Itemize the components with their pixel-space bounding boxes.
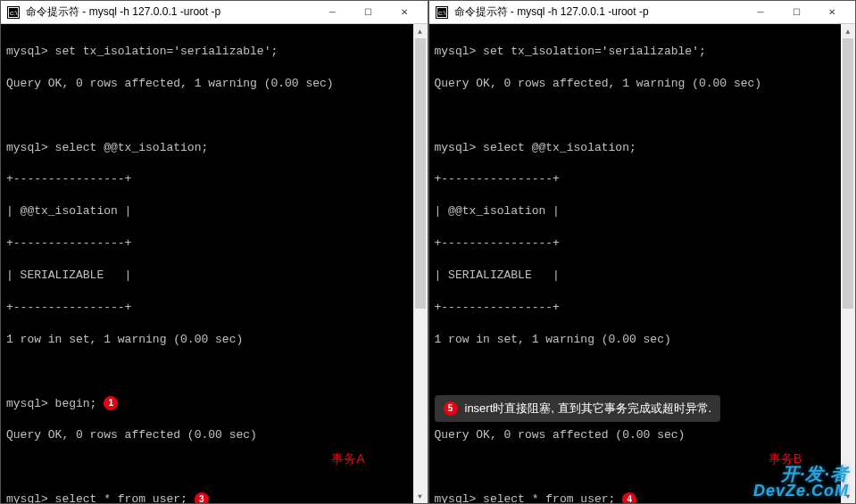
- table-row: | SERIALIZABLE |: [435, 268, 851, 284]
- maximize-button[interactable]: ☐: [778, 1, 814, 24]
- table-row: | SERIALIZABLE |: [6, 268, 422, 284]
- table-header: | @@tx_isolation |: [435, 203, 851, 219]
- terminal-a[interactable]: mysql> set tx_isolation='serializable'; …: [1, 24, 428, 503]
- scroll-up-button[interactable]: ▲: [841, 24, 855, 38]
- close-button[interactable]: ✕: [814, 1, 850, 24]
- cmd-icon: c:\: [435, 5, 449, 20]
- scroll-thumb[interactable]: [415, 38, 426, 309]
- window-controls-a: ─ ☐ ✕: [315, 1, 422, 24]
- scroll-thumb[interactable]: [843, 38, 853, 309]
- maximize-button[interactable]: ☐: [351, 1, 386, 24]
- table-sep: +----------------+: [6, 171, 422, 187]
- scroll-down-button[interactable]: ▼: [413, 489, 428, 503]
- table-sep: +----------------+: [6, 235, 422, 252]
- scroll-track[interactable]: [841, 38, 855, 489]
- minimize-button[interactable]: ─: [743, 1, 778, 24]
- cmd-line: mysql> select @@tx_isolation;: [6, 140, 422, 156]
- table-sep: +----------------+: [435, 300, 851, 316]
- table-sep: +----------------+: [435, 171, 851, 187]
- watermark-line1: 开·发·者: [753, 465, 849, 483]
- callout-insert-blocked: 5 insert时直接阻塞, 直到其它事务完成或超时异常.: [435, 395, 721, 422]
- window-a: c:\ 命令提示符 - mysql -h 127.0.0.1 -uroot -p…: [0, 0, 428, 504]
- table-sep: +----------------+: [435, 235, 851, 252]
- cmd-line: mysql> begin; 1: [6, 396, 422, 412]
- output-line: Query OK, 0 rows affected, 1 warning (0.…: [6, 76, 422, 92]
- badge-1: 1: [104, 396, 118, 410]
- close-button[interactable]: ✕: [386, 1, 422, 24]
- output-line: 1 row in set, 1 warning (0.00 sec): [6, 332, 422, 348]
- table-header: | @@tx_isolation |: [6, 203, 422, 219]
- svg-text:c:\: c:\: [10, 9, 18, 17]
- table-sep: +----------------+: [6, 300, 422, 316]
- output-line: Query OK, 0 rows affected (0.00 sec): [435, 427, 851, 443]
- watermark-line2: DevZe.CoM: [753, 483, 849, 499]
- terminal-b[interactable]: mysql> set tx_isolation='serializable'; …: [429, 24, 856, 503]
- cmd-line: mysql> set tx_isolation='serializable';: [435, 44, 851, 60]
- watermark: 开·发·者 DevZe.CoM: [753, 465, 849, 499]
- scroll-up-button[interactable]: ▲: [413, 24, 428, 38]
- titlebar-b[interactable]: c:\ 命令提示符 - mysql -h 127.0.0.1 -uroot -p…: [429, 1, 856, 24]
- window-title-b: 命令提示符 - mysql -h 127.0.0.1 -uroot -p: [454, 4, 744, 20]
- cmd-line: mysql> select * from user; 3: [6, 492, 422, 503]
- scrollbar-a[interactable]: ▲ ▼: [413, 24, 428, 503]
- cmd-line: mysql> select @@tx_isolation;: [435, 140, 851, 156]
- cmd-line: mysql> set tx_isolation='serializable';: [6, 44, 422, 60]
- cmd-icon: c:\: [6, 5, 21, 20]
- badge-3: 3: [195, 492, 209, 503]
- svg-text:c:\: c:\: [438, 9, 446, 17]
- callout-text: insert时直接阻塞, 直到其它事务完成或超时异常.: [465, 401, 712, 417]
- output-line: Query OK, 0 rows affected (0.00 sec): [6, 427, 422, 443]
- transaction-label-a: 事务A: [331, 451, 364, 467]
- badge-4: 4: [622, 492, 636, 503]
- window-controls-b: ─ ☐ ✕: [743, 1, 850, 24]
- minimize-button[interactable]: ─: [315, 1, 351, 24]
- window-title-a: 命令提示符 - mysql -h 127.0.0.1 -uroot -p: [26, 4, 315, 20]
- titlebar-a[interactable]: c:\ 命令提示符 - mysql -h 127.0.0.1 -uroot -p…: [1, 1, 428, 24]
- output-line: 1 row in set, 1 warning (0.00 sec): [435, 332, 851, 348]
- scroll-track[interactable]: [413, 38, 428, 489]
- badge-5: 5: [444, 401, 458, 416]
- output-line: Query OK, 0 rows affected, 1 warning (0.…: [435, 76, 851, 92]
- window-b: c:\ 命令提示符 - mysql -h 127.0.0.1 -uroot -p…: [428, 0, 857, 504]
- scrollbar-b[interactable]: ▲ ▼: [841, 24, 855, 503]
